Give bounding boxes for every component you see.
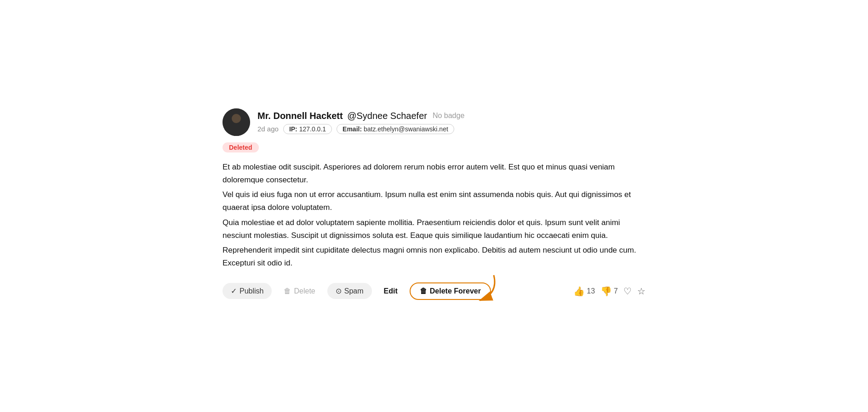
thumbs-down-icon: 👎 (600, 286, 612, 297)
user-name: Mr. Donnell Hackett (257, 111, 343, 121)
spam-button[interactable]: ⊙ Spam (327, 283, 372, 299)
comment-header: Mr. Donnell Hackett @Sydnee Schaefer No … (223, 108, 645, 136)
warning-icon: ⊙ (336, 287, 342, 295)
status-badge: Deleted (223, 141, 645, 161)
user-handle: @Sydnee Schaefer (347, 111, 427, 121)
name-row: Mr. Donnell Hackett @Sydnee Schaefer No … (257, 111, 464, 121)
publish-button[interactable]: ✓ Publish (223, 283, 272, 299)
paragraph-1: Et ab molestiae odit suscipit. Asperiore… (223, 161, 645, 186)
star-reaction[interactable]: ☆ (637, 286, 645, 297)
thumbs-down-reaction[interactable]: 👎 7 (600, 286, 618, 297)
comment-content: Et ab molestiae odit suscipit. Asperiore… (223, 161, 645, 269)
trash-icon: 🗑 (284, 287, 291, 295)
thumbs-up-count: 13 (587, 287, 595, 295)
badge-label: No badge (433, 112, 464, 120)
trash-forever-icon: 🗑 (420, 287, 427, 295)
heart-icon: ♡ (623, 286, 632, 297)
avatar (223, 108, 250, 136)
actions-row: ✓ Publish 🗑 Delete ⊙ Spam Edit 🗑 Delete … (223, 282, 645, 300)
reactions: 👍 13 👎 7 ♡ ☆ (573, 286, 645, 297)
user-info: Mr. Donnell Hackett @Sydnee Schaefer No … (257, 111, 464, 134)
delete-button[interactable]: 🗑 Delete (275, 283, 323, 299)
checkmark-icon: ✓ (231, 287, 237, 295)
svg-rect-3 (223, 127, 250, 136)
paragraph-4: Reprehenderit impedit sint cupiditate de… (223, 244, 645, 270)
comment-card: Mr. Donnell Hackett @Sydnee Schaefer No … (204, 94, 664, 318)
edit-button[interactable]: Edit (376, 283, 406, 299)
svg-point-1 (232, 114, 241, 123)
email-badge: Email: batz.ethelyn@swaniawski.net (337, 124, 454, 134)
paragraph-3: Quia molestiae et ad dolor voluptatem sa… (223, 216, 645, 242)
thumbs-down-count: 7 (614, 287, 618, 295)
arrow-annotation (457, 271, 512, 309)
thumbs-up-icon: 👍 (573, 286, 585, 297)
thumbs-up-reaction[interactable]: 👍 13 (573, 286, 595, 297)
paragraph-2: Vel quis id eius fuga non ut error accus… (223, 188, 645, 214)
time-ago: 2d ago (257, 125, 279, 133)
meta-row: 2d ago IP: 127.0.0.1 Email: batz.ethelyn… (257, 124, 464, 134)
heart-reaction[interactable]: ♡ (623, 286, 632, 297)
username: Mr. Donnell Hackett @Sydnee Schaefer (257, 111, 427, 121)
star-icon: ☆ (637, 286, 645, 297)
ip-badge: IP: 127.0.0.1 (283, 124, 332, 134)
